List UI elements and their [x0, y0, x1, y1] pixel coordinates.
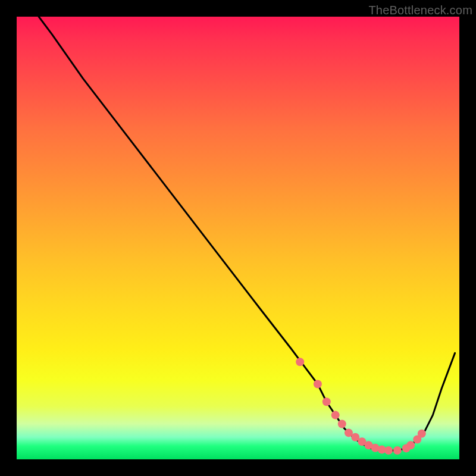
svg-point-14 — [406, 441, 415, 449]
chart-container: TheBottleneck.com — [0, 0, 476, 476]
svg-point-3 — [331, 411, 340, 419]
svg-point-4 — [338, 420, 346, 428]
svg-point-0 — [296, 358, 304, 366]
svg-point-2 — [322, 397, 331, 406]
plot-area — [17, 17, 459, 459]
watermark-label: TheBottleneck.com — [368, 4, 472, 17]
svg-point-12 — [393, 446, 402, 455]
curve-markers — [296, 358, 426, 455]
svg-point-16 — [418, 430, 426, 438]
svg-point-11 — [384, 446, 393, 455]
svg-point-1 — [314, 380, 322, 389]
chart-svg — [17, 17, 459, 459]
curve-line — [39, 17, 455, 450]
